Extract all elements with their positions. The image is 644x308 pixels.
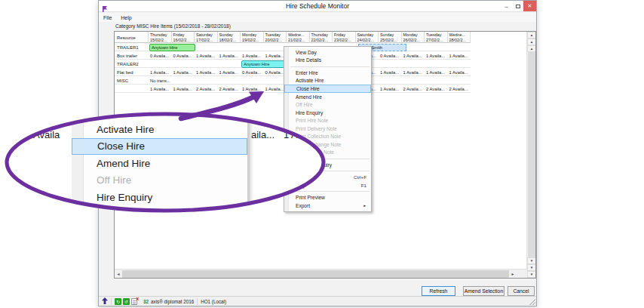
close-button[interactable]: ✕ [523, 1, 536, 11]
amend-selection-button[interactable]: Amend Selection [463, 286, 504, 296]
menu-item-print-exchange-note[interactable]: Print Exchange Note [284, 140, 371, 149]
column-header: Saturday17/02/2... [195, 32, 218, 43]
menu-item-off-hire[interactable]: Off Hire [284, 101, 371, 109]
grid-cell[interactable]: 1 Availa... [172, 68, 195, 76]
scroll-down-icon[interactable]: ▼ [527, 271, 536, 278]
horizontal-scrollbar-thumb[interactable] [122, 270, 509, 278]
grid-cell[interactable]: 1 Availa... [448, 68, 471, 76]
maximize-button[interactable] [512, 1, 523, 11]
column-header: Friday23/02/2... [333, 32, 356, 43]
menu-item-print-return-note[interactable]: Print Return Note [284, 149, 371, 157]
grid-cell[interactable]: No trans... [149, 76, 172, 85]
menu-item-export[interactable]: Export► [284, 202, 371, 210]
grid-cell[interactable]: 2 Availa... [218, 85, 241, 93]
rollback-icon[interactable]: ↺ [123, 298, 130, 305]
scroll-left-icon[interactable]: ◄ [115, 270, 122, 279]
grid-cell[interactable]: 0 Availa... [172, 51, 195, 60]
scroll-right-icon[interactable]: ► [509, 270, 517, 279]
grid-cell[interactable]: 1 Availa... [425, 51, 448, 60]
menubar-item-file[interactable]: File [99, 15, 116, 20]
menu-item-find[interactable]: FindCtrl+F [284, 174, 371, 182]
grid-cell[interactable]: 1 Availa... [172, 85, 195, 93]
up-arrow-icon[interactable] [102, 297, 108, 305]
grid-cell[interactable]: 1 Availa... [402, 68, 425, 76]
scroll-down-icon[interactable]: ▼ [527, 257, 536, 264]
menu-item-view-day[interactable]: View Day [284, 48, 371, 57]
bitness-badge: 32 [143, 299, 149, 304]
column-header: Sunday25/02/2... [379, 32, 402, 43]
menu-item-enter-hire[interactable]: Enter Hire [284, 69, 371, 77]
menu-item-label: Export [296, 203, 310, 208]
grid-cell[interactable]: 1 Availa... [149, 68, 172, 76]
context-menu: View DayHire DetailsEnter HireActivate H… [284, 46, 372, 212]
menu-item-label: Print Hire Note [296, 118, 328, 123]
menu-item-hire-details[interactable]: Hire Details [284, 57, 371, 65]
hire-cell[interactable]: Anytown Hire [149, 44, 195, 51]
grid-cell[interactable]: 1 Availa... [195, 51, 218, 60]
scroll-up-icon[interactable]: ▲ [527, 38, 536, 45]
app-name-label: axis® diplomat 2016 [151, 299, 194, 304]
callout-grid-fragment: u... [6, 129, 20, 140]
submenu-arrow-icon: ► [363, 204, 366, 208]
menu-item-print-collection-note[interactable]: Print Collection Note [284, 133, 371, 141]
menu-item-account-enquiry[interactable]: Account Enquiry [284, 161, 371, 169]
scroll-up-icon[interactable]: ▲ [527, 32, 536, 38]
refresh-icon[interactable]: ↻ [115, 298, 121, 305]
menu-separator [290, 66, 370, 67]
menu-item-close-hire[interactable]: Close Hire [284, 85, 371, 93]
grid-cell[interactable]: 1 Availa... [448, 51, 471, 60]
menu-item-print-preview[interactable]: Print Preview [284, 194, 371, 202]
cancel-button[interactable]: Cancel [508, 286, 535, 296]
refresh-button[interactable]: Refresh [422, 286, 455, 296]
column-header: Sunday18/02/2... [218, 32, 241, 43]
menu-item-print-delivery-note[interactable]: Print Delivery Note [284, 125, 371, 133]
grid-cell[interactable]: 1 Availa... [425, 68, 448, 76]
grid-cell[interactable]: 0 Availa... [149, 51, 172, 60]
minimize-button[interactable]: – [501, 1, 512, 11]
grid-cell[interactable]: 1 Availa... [241, 51, 264, 60]
grid-cell[interactable]: 2 Availa... [448, 85, 471, 93]
resource-label: Flat bed [115, 68, 149, 76]
grid-cell[interactable]: 0 Availa... [379, 51, 402, 60]
maximize-icon [516, 5, 520, 8]
grid-cell[interactable]: 2 Availa... [425, 85, 448, 93]
menu-item-activate-hire[interactable]: Activate Hire [284, 77, 371, 85]
menu-item-label: Account Enquiry [296, 162, 332, 168]
scroll-up-icon[interactable]: ▲ [527, 45, 536, 52]
grid-cell[interactable]: 1 Availa... [379, 85, 402, 93]
column-header: Saturday24/02/2... [356, 32, 379, 43]
column-header: Wedne...21/02/2... [287, 32, 310, 43]
menu-item-label: Print Exchange Note [296, 142, 341, 147]
menubar-item-help[interactable]: Help [116, 15, 136, 20]
menu-separator [290, 171, 370, 171]
menu-item-help[interactable]: HelpF1 [284, 181, 371, 189]
menu-item-print-hire-note[interactable]: Print Hire Note [284, 117, 371, 125]
scroll-down-icon[interactable]: ▼ [527, 264, 536, 271]
resource-label: MISC [115, 76, 149, 85]
grid-cell[interactable]: 1 Availa... [379, 68, 402, 76]
menu-item-label: Close Hire [296, 86, 320, 91]
delete-document-icon[interactable]: x [131, 298, 137, 305]
grid-cell[interactable]: 1 Availa... [402, 51, 425, 60]
grid-cell[interactable]: 1 Availa... [149, 85, 172, 93]
column-header: Tuesday27/02/2... [425, 32, 448, 43]
status-bar: ↻ ↺ x 32 axis® diplomat 2016 HO1 (Local) [99, 296, 536, 306]
vertical-scrollbar[interactable]: ▲▲▲ ▼▼▼ [526, 32, 535, 278]
horizontal-scrollbar[interactable]: ◄ ► [115, 269, 527, 278]
menu-shortcut: Ctrl+F [354, 174, 366, 180]
grid-cell[interactable]: 2 Availa... [195, 85, 218, 93]
menu-item-amend-hire[interactable]: Amend Hire [284, 93, 371, 101]
hire-cell[interactable]: Anytown Hire [241, 60, 287, 68]
grid-cell[interactable]: 0 Availa... [241, 68, 264, 76]
menu-item-hire-enquiry[interactable]: Hire Enquiry [284, 109, 371, 117]
resize-grip[interactable] [529, 299, 535, 305]
menu-item-label: Enter Hire [296, 70, 318, 75]
grid-cell[interactable]: 1 Availa... [241, 85, 264, 93]
resource-label [115, 85, 149, 93]
vertical-scrollbar-thumb[interactable] [528, 52, 535, 257]
grid-cell[interactable]: 2 Availa... [402, 85, 425, 93]
grid-cell[interactable]: 1 Availa... [195, 68, 218, 76]
grid-cell[interactable]: 1 Availa... [218, 68, 241, 76]
grid-cell[interactable]: 1 Availa... [218, 51, 241, 60]
menu-item-label: Off Hire [296, 102, 313, 107]
